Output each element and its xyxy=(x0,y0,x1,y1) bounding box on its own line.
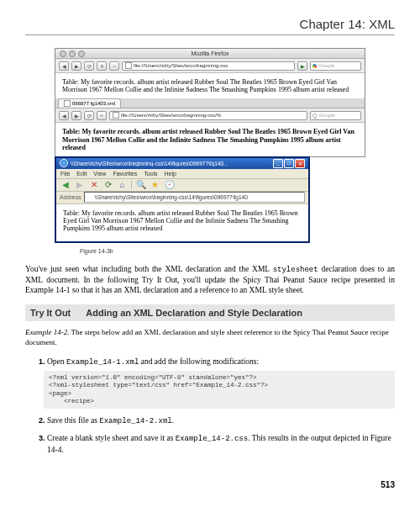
tabstrip: 096977 fg1403.xml xyxy=(55,98,365,108)
menu-file[interactable]: File xyxy=(60,171,70,177)
minimize-button[interactable]: _ xyxy=(273,159,283,168)
search-button[interactable]: 🔍 xyxy=(135,180,146,190)
viewport: Table: My favorite records. album artist… xyxy=(56,204,308,241)
address-label: Address xyxy=(60,194,81,200)
page-content: Table: My favorite records. album artist… xyxy=(63,209,297,232)
body-paragraph: You've just seen what including both the… xyxy=(25,264,395,297)
page-icon xyxy=(113,112,119,119)
search-placeholder: Google xyxy=(318,113,334,118)
address-bar[interactable]: file:///Users/richy/Sites/wrox/beginning… xyxy=(122,61,295,71)
tab-label: 096977 fg1403.xml xyxy=(72,101,115,106)
menu-view[interactable]: View xyxy=(93,171,106,177)
example-text: The steps below add an XML declaration a… xyxy=(25,328,389,346)
tab[interactable]: 096977 fg1403.xml xyxy=(58,98,121,108)
figure-block: Mozilla Firefox ◀ ▶ ⟳ ✕ ⌂ file:///Users/… xyxy=(55,48,365,243)
reload-button[interactable]: ⟳ xyxy=(84,61,94,71)
viewport: Table: My favorite records. album artist… xyxy=(55,123,365,156)
refresh-button[interactable]: ⟳ xyxy=(102,180,113,190)
inline-code: Example_14-2.xml xyxy=(99,417,171,425)
page-icon xyxy=(125,62,132,69)
back-button[interactable]: ◀ xyxy=(59,61,69,71)
forward-button[interactable]: ▶ xyxy=(71,111,81,120)
address-row: Address \\Share\richy\Sites\wrox\beginni… xyxy=(56,192,308,204)
back-button[interactable]: ◀ xyxy=(59,111,69,120)
address-bar[interactable]: file:///Users/richy/Sites/wrox/beginning… xyxy=(109,111,307,120)
window-title: Mozilla Firefox xyxy=(55,50,365,56)
page-content: Table: My favorite records. album artist… xyxy=(62,78,349,93)
steps-list: Open Example_14-1.xml and add the follow… xyxy=(25,357,395,456)
add-button[interactable]: ＋ xyxy=(97,111,107,120)
home-button[interactable]: ⌂ xyxy=(109,61,119,71)
maximize-button[interactable]: □ xyxy=(284,159,294,168)
page-icon xyxy=(87,194,93,200)
url-text: file:///Users/richy/Sites/wrox/beginning… xyxy=(121,113,221,118)
page-number: 513 xyxy=(25,480,395,489)
toolbar: ◀ ▶ ⟳ ＋ file:///Users/richy/Sites/wrox/b… xyxy=(55,108,365,123)
tryit-heading: Adding an XML Declaration and Style Decl… xyxy=(86,308,302,318)
menu-edit[interactable]: Edit xyxy=(76,171,87,177)
back-button[interactable]: ◀ xyxy=(60,180,71,190)
reload-button[interactable]: ⟳ xyxy=(84,111,94,120)
titlebar: Mozilla Firefox xyxy=(55,49,365,59)
step-text: . xyxy=(172,416,174,425)
address-bar[interactable]: \\Share\richy\Sites\wrox\beginning-css\1… xyxy=(84,192,305,203)
step-text: Create a blank style sheet and save it a… xyxy=(47,434,176,442)
chapter-title: Chapter 14: XML xyxy=(25,17,395,31)
ie-icon xyxy=(60,159,68,167)
toolbar: ◀ ▶ ⟳ ✕ ⌂ file:///Users/richy/Sites/wrox… xyxy=(55,59,365,73)
divider xyxy=(25,34,395,35)
example-paragraph: Example 14-2. The steps below add an XML… xyxy=(25,328,395,347)
url-text: file:///Users/richy/Sites/wrox/beginning… xyxy=(134,63,228,68)
search-bar[interactable]: Q Google xyxy=(310,111,361,120)
menu-tools[interactable]: Tools xyxy=(144,171,157,177)
tryit-label: Try It Out xyxy=(30,308,71,318)
inline-code: Example_14-2.css xyxy=(176,435,248,443)
stop-button[interactable]: ✕ xyxy=(88,180,99,190)
inline-code: stylesheet xyxy=(273,266,318,274)
search-bar[interactable]: Google xyxy=(310,61,361,71)
step-1: Open Example_14-1.xml and add the follow… xyxy=(47,357,395,409)
step-text: Save this file as xyxy=(47,416,99,425)
tryit-heading-bar: Try It Out Adding an XML Declaration and… xyxy=(25,304,395,321)
search-placeholder: Google xyxy=(318,63,334,68)
menu-favorites[interactable]: Favorites xyxy=(113,171,137,177)
step-3: Create a blank style sheet and save it a… xyxy=(47,433,395,455)
go-button[interactable]: ▶ xyxy=(297,61,307,71)
home-button[interactable]: ⌂ xyxy=(117,180,128,190)
window-title: \\Share\richy\Sites\wrox\beginning-css\1… xyxy=(71,161,270,166)
forward-button[interactable]: ▶ xyxy=(71,61,81,71)
example-label: Example 14-2. xyxy=(25,328,69,336)
forward-button[interactable]: ▶ xyxy=(74,180,85,190)
viewport: Table: My favorite records. album artist… xyxy=(55,73,365,98)
search-icon: Q xyxy=(312,113,317,119)
favorites-button[interactable]: ★ xyxy=(150,180,160,190)
firefox-window: Mozilla Firefox ◀ ▶ ⟳ ✕ ⌂ file:///Users/… xyxy=(55,48,365,109)
ie-window: \\Share\richy\Sites\wrox\beginning-css\1… xyxy=(55,156,310,243)
close-button[interactable]: ✕ xyxy=(295,159,305,168)
menubar: File Edit View Favorites Tools Help xyxy=(56,169,308,179)
tab-icon xyxy=(64,100,71,107)
history-button[interactable]: 🕘 xyxy=(164,180,175,190)
inline-code: Example_14-1.xml xyxy=(66,358,139,367)
stop-button[interactable]: ✕ xyxy=(97,61,107,71)
url-text: \\Share\richy\Sites\wrox\beginning-css\1… xyxy=(95,194,248,200)
google-icon xyxy=(312,64,317,68)
menu-help[interactable]: Help xyxy=(165,171,176,177)
page-content: Table: My favorite records. album artist… xyxy=(62,128,354,151)
step-text: and add the following modifications: xyxy=(139,357,259,366)
toolbar: ◀ ▶ ✕ ⟳ ⌂ 🔍 ★ 🕘 xyxy=(56,179,308,192)
step-2: Save this file as Example_14-2.xml. xyxy=(47,415,395,426)
code-block: <?xml version="1.0" encoding="UTF-8" sta… xyxy=(44,371,395,409)
figure-caption: Figure 14-3b xyxy=(80,248,395,254)
step-text: Open xyxy=(47,357,66,366)
titlebar: \\Share\richy\Sites\wrox\beginning-css\1… xyxy=(56,158,308,169)
safari-window: ◀ ▶ ⟳ ＋ file:///Users/richy/Sites/wrox/b… xyxy=(55,108,365,157)
